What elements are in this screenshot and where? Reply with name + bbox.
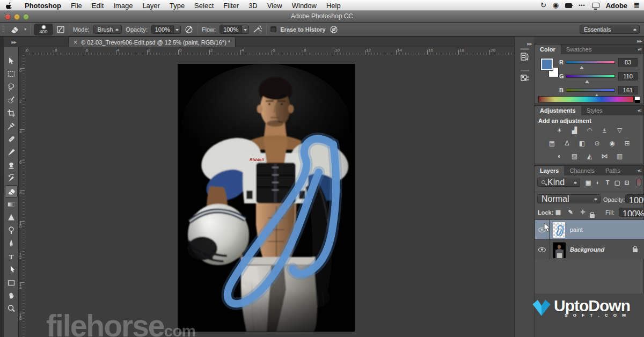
layer-name[interactable]: paint	[570, 226, 583, 233]
tablet-opacity-icon[interactable]	[185, 25, 194, 34]
opacity-dropdown[interactable]: 100%	[151, 25, 181, 34]
b-slider-track[interactable]	[566, 89, 615, 92]
path-selection-tool[interactable]	[5, 263, 18, 276]
ellipsis-icon[interactable]: •••	[579, 0, 585, 11]
eraser-tool[interactable]	[5, 185, 18, 197]
hand-tool[interactable]	[5, 289, 18, 302]
layer-name[interactable]: Background	[570, 246, 604, 253]
menu-image[interactable]: Image	[108, 2, 137, 10]
type-filter-icon[interactable]: T	[603, 179, 612, 186]
b-value-field[interactable]: 161	[618, 86, 638, 94]
pixel-filter-icon[interactable]: ▣	[584, 179, 592, 186]
paint-layer-thumbnail[interactable]	[553, 222, 565, 238]
brush-tool[interactable]	[5, 146, 18, 158]
panel-menu-icon[interactable]: ▾≡	[638, 47, 641, 52]
apple-logo-icon[interactable]	[5, 1, 13, 9]
levels-icon[interactable]: ▟	[569, 126, 580, 135]
r-value-field[interactable]: 83	[618, 58, 638, 67]
type-tool[interactable]: T	[5, 251, 18, 263]
black-white-icon[interactable]: ◧	[576, 139, 588, 148]
creative-cloud-icon[interactable]: ◉	[553, 0, 559, 11]
menu-photoshop[interactable]: Photoshop	[20, 2, 66, 10]
panel-foreground-swatch[interactable]	[541, 58, 553, 70]
shape-filter-icon[interactable]: ▢	[613, 179, 621, 186]
zoom-tool[interactable]	[5, 303, 18, 315]
layer-filter-kind-dropdown[interactable]: Kind	[537, 178, 580, 187]
color-spectrum-ramp[interactable]	[538, 96, 634, 102]
curves-icon[interactable]: ◠	[584, 126, 595, 135]
blend-mode-dropdown[interactable]: Normal	[537, 194, 601, 203]
vertical-ruler[interactable]: 0246810121416	[19, 55, 25, 337]
menu-file[interactable]: File	[66, 2, 87, 10]
flow-dropdown[interactable]: 100%	[219, 25, 249, 34]
tab-channels[interactable]: Channels	[564, 166, 599, 175]
pressure-size-icon[interactable]	[330, 25, 339, 34]
fill-dropdown[interactable]: 100%	[619, 208, 644, 217]
airbrush-icon[interactable]	[253, 25, 262, 34]
panel-menu-icon[interactable]: ▾≡	[638, 169, 641, 173]
lock-transparent-icon[interactable]: ▦	[554, 209, 562, 216]
brush-size-picker[interactable]: 400	[34, 24, 53, 35]
menu-window[interactable]: Window	[287, 2, 321, 10]
posterize-icon[interactable]: ▨	[569, 152, 580, 161]
brush-panel-toggle-icon[interactable]	[56, 25, 65, 34]
tab-paths[interactable]: Paths	[600, 166, 626, 175]
r-slider-track[interactable]	[566, 61, 615, 64]
layer-row-background[interactable]: Background	[535, 240, 644, 259]
invert-icon[interactable]: ◐	[554, 152, 565, 161]
g-value-field[interactable]: 110	[618, 72, 638, 80]
color-lookup-icon[interactable]: ⊞	[621, 139, 633, 148]
eyedropper-tool[interactable]	[5, 120, 18, 133]
slider-thumb[interactable]	[585, 78, 589, 83]
hue-saturation-icon[interactable]: ▤	[546, 139, 558, 148]
photo-filter-icon[interactable]: ⊙	[591, 139, 603, 148]
background-layer-thumbnail[interactable]	[553, 242, 565, 258]
history-panel-button[interactable]	[517, 48, 532, 62]
tab-adjustments[interactable]: Adjustments	[535, 106, 581, 115]
history-brush-tool[interactable]	[5, 172, 18, 185]
properties-panel-button[interactable]	[517, 70, 532, 84]
menu-edit[interactable]: Edit	[87, 2, 108, 10]
clone-stamp-tool[interactable]	[5, 159, 18, 171]
list-icon[interactable]: ≣	[634, 0, 640, 11]
document-tab[interactable]: × © 02-03_Trevor606-Edit.psd @ 12.5% (pa…	[68, 36, 236, 47]
panel-menu-icon[interactable]: ▾≡	[638, 108, 641, 113]
workspace-dropdown[interactable]: Essentials	[580, 25, 640, 34]
tool-preset-caret-icon[interactable]: ▾	[24, 27, 26, 32]
menu-filter[interactable]: Filter	[218, 2, 244, 10]
adobe-menu-label[interactable]: Adobe	[606, 2, 627, 10]
quick-selection-tool[interactable]	[5, 94, 18, 106]
gradient-map-icon[interactable]: ⋈	[599, 152, 610, 161]
blur-tool[interactable]	[5, 211, 18, 224]
erase-to-history-checkbox[interactable]	[270, 26, 276, 32]
slider-thumb[interactable]	[580, 64, 584, 69]
lasso-tool[interactable]	[5, 81, 18, 93]
dodge-tool[interactable]	[5, 224, 18, 237]
color-balance-icon[interactable]: Δ	[561, 139, 573, 148]
layer-opacity-dropdown[interactable]: 100%	[625, 194, 644, 203]
spot-healing-tool[interactable]	[5, 133, 18, 145]
document-canvas[interactable]: Riddell	[178, 64, 355, 332]
crop-tool[interactable]	[5, 107, 18, 119]
expand-left-dock-icon[interactable]: ▶▶	[11, 40, 16, 45]
channel-mixer-icon[interactable]: ◉	[606, 139, 618, 148]
marquee-tool[interactable]	[5, 68, 18, 80]
collapse-right-dock-icon[interactable]: ▶▶	[637, 39, 642, 43]
pen-tool[interactable]	[5, 237, 18, 250]
g-slider-track[interactable]	[566, 75, 615, 78]
display-icon[interactable]	[592, 3, 599, 8]
tab-layers[interactable]: Layers	[535, 166, 564, 175]
horizontal-ruler[interactable]: 10864202468101214161820	[19, 47, 514, 55]
close-document-icon[interactable]: ×	[74, 39, 77, 46]
move-tool[interactable]	[5, 55, 18, 67]
ramp-white-black-swatches[interactable]	[634, 96, 640, 102]
menu-layer[interactable]: Layer	[137, 2, 165, 10]
tab-swatches[interactable]: Swatches	[561, 45, 597, 54]
threshold-icon[interactable]: ◭	[584, 152, 595, 161]
layer-filter-toggle[interactable]	[636, 179, 641, 186]
lock-all-icon[interactable]	[590, 210, 595, 220]
lock-move-icon[interactable]: ✛	[579, 209, 587, 216]
exposure-icon[interactable]: ±	[599, 126, 610, 135]
mode-dropdown[interactable]: Brush	[93, 25, 122, 34]
layer-visibility-toggle[interactable]	[535, 240, 550, 259]
